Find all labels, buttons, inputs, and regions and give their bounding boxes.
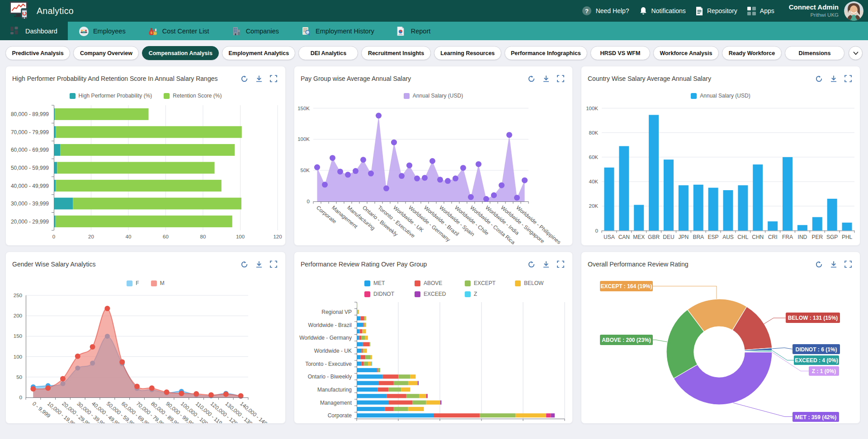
legend-item[interactable]: EXCEPT bbox=[465, 280, 503, 286]
legend-swatch bbox=[364, 291, 370, 297]
legend-item[interactable]: Retention Score (%) bbox=[164, 93, 222, 99]
refresh-icon[interactable] bbox=[241, 75, 248, 83]
filter-pill-recruitment-insights[interactable]: Recruitment Insights bbox=[361, 46, 430, 60]
legend-item[interactable]: M bbox=[151, 280, 165, 286]
svg-text:150K: 150K bbox=[297, 106, 310, 111]
nav-tab-dashboard[interactable]: Dashboard bbox=[0, 22, 68, 40]
topbar-item-notifications[interactable]: Notifications bbox=[639, 7, 686, 15]
legend-label: Retention Score (%) bbox=[173, 93, 222, 99]
refresh-icon[interactable] bbox=[815, 75, 823, 83]
topbar-item-need-help[interactable]: ?Need Help? bbox=[582, 6, 629, 16]
user-info[interactable]: Connect Admin Prithwi UKG bbox=[789, 3, 839, 18]
svg-text:SGP: SGP bbox=[826, 234, 838, 240]
svg-text:PER: PER bbox=[811, 234, 823, 240]
svg-text:JPN: JPN bbox=[679, 234, 689, 240]
chart-legend: METABOVEEXCEPTBELOWDIDNOTEXCEEDZ bbox=[364, 280, 553, 297]
topbar-item-label: Apps bbox=[760, 7, 774, 14]
fullscreen-icon[interactable] bbox=[844, 261, 852, 268]
svg-text:USA: USA bbox=[604, 234, 615, 240]
cost-center-icon: $ bbox=[148, 27, 157, 36]
user-org: Prithwi UKG bbox=[789, 12, 839, 18]
svg-text:DIDNOT : 6 (1%): DIDNOT : 6 (1%) bbox=[795, 346, 837, 353]
card-header: Gender Wise Salary Analytics bbox=[6, 252, 285, 272]
filter-pill-employment-analytics[interactable]: Employment Analytics bbox=[222, 46, 295, 60]
filter-pill-workforce-analysis[interactable]: Workforce Analysis bbox=[653, 46, 719, 60]
svg-text:60: 60 bbox=[163, 234, 169, 239]
nav-tab-employment-history[interactable]: Employment History bbox=[290, 22, 386, 40]
svg-text:DEU: DEU bbox=[663, 234, 674, 240]
filter-pill-compensation-analysis[interactable]: Compensation Analysis bbox=[142, 46, 219, 60]
nav-tab-employees[interactable]: Employees bbox=[68, 22, 137, 40]
refresh-icon[interactable] bbox=[528, 261, 535, 268]
svg-text:80,000 - 89,999: 80,000 - 89,999 bbox=[11, 111, 49, 117]
fullscreen-icon[interactable] bbox=[557, 75, 564, 83]
svg-text:Ontario - Biweekly: Ontario - Biweekly bbox=[308, 374, 352, 380]
legend-item[interactable]: MET bbox=[364, 280, 403, 286]
nav-tab-label: Cost Center List bbox=[162, 28, 209, 35]
filter-pill-ready-workforce[interactable]: Ready Workforce bbox=[722, 46, 782, 60]
nav-tab-report[interactable]: Report bbox=[386, 22, 442, 40]
user-name: Connect Admin bbox=[789, 3, 839, 12]
download-icon[interactable] bbox=[830, 261, 837, 268]
legend-label: High Performer Probability (%) bbox=[79, 93, 152, 99]
legend-item[interactable]: Annual Salary (USD) bbox=[691, 93, 750, 99]
download-icon[interactable] bbox=[542, 75, 550, 83]
card-actions bbox=[815, 70, 860, 83]
download-icon[interactable] bbox=[542, 261, 550, 268]
legend-label: Annual Salary (USD) bbox=[413, 93, 463, 99]
svg-text:FRA: FRA bbox=[782, 234, 793, 240]
legend-item[interactable]: Z bbox=[465, 291, 503, 297]
refresh-icon[interactable] bbox=[241, 261, 248, 268]
fullscreen-icon[interactable] bbox=[844, 75, 852, 83]
svg-text:CHN: CHN bbox=[752, 234, 764, 240]
chart-title: Overall Performance Review Rating bbox=[581, 256, 689, 268]
legend-item[interactable]: Annual Salary (USD) bbox=[404, 93, 463, 99]
chart-canvas-perf-paygroup: Regional VPWorldwide - BrazilWorldwide -… bbox=[294, 252, 573, 424]
svg-text:20K: 20K bbox=[589, 203, 599, 209]
svg-text:PHL: PHL bbox=[842, 234, 853, 240]
topbar-item-repository[interactable]: Repository bbox=[696, 7, 737, 15]
filter-more-button[interactable] bbox=[849, 46, 863, 60]
filter-pill-dimensions[interactable]: Dimensions bbox=[785, 46, 844, 60]
fullscreen-icon[interactable] bbox=[557, 261, 564, 268]
fullscreen-icon[interactable] bbox=[270, 75, 277, 83]
card-header: Performance Review Rating Over Pay Group bbox=[294, 252, 572, 272]
nav-tab-companies[interactable]: Companies bbox=[221, 22, 290, 40]
filter-pill-dei-analytics[interactable]: DEI Analytics bbox=[298, 46, 358, 60]
svg-text:60K: 60K bbox=[589, 154, 599, 160]
chart-legend: Annual Salary (USD) bbox=[581, 93, 860, 99]
refresh-icon[interactable] bbox=[815, 261, 823, 268]
filter-pill-company-overview[interactable]: Company Overview bbox=[73, 46, 139, 60]
legend-item[interactable]: ABOVE bbox=[415, 280, 453, 286]
topbar-item-apps[interactable]: Apps bbox=[747, 7, 774, 15]
legend-label: Z bbox=[474, 291, 477, 297]
filter-pill-learning-resources[interactable]: Learning Resources bbox=[434, 46, 501, 60]
refresh-icon[interactable] bbox=[528, 75, 535, 83]
fullscreen-icon[interactable] bbox=[270, 261, 277, 268]
chart-title: High Performer Probability And Retention… bbox=[6, 70, 217, 82]
legend-item[interactable]: F bbox=[127, 280, 139, 286]
filter-pill-hrsd-vs-wfm[interactable]: HRSD VS WFM bbox=[590, 46, 650, 60]
avatar[interactable] bbox=[844, 1, 863, 21]
legend-label: EXCEED bbox=[424, 291, 446, 297]
filter-pill-predictive-analysis[interactable]: Predictive Analysis bbox=[5, 46, 70, 60]
card-header: Pay Group wise Average Annual Salary bbox=[294, 66, 572, 86]
download-icon[interactable] bbox=[255, 75, 263, 83]
card-actions bbox=[528, 256, 572, 268]
download-icon[interactable] bbox=[830, 75, 837, 83]
svg-text:Worldwide - UK: Worldwide - UK bbox=[314, 348, 352, 354]
chevron-down-icon bbox=[853, 50, 859, 56]
filter-pill-performance-infographics[interactable]: Performance Infographics bbox=[505, 46, 587, 60]
legend-item[interactable]: High Performer Probability (%) bbox=[70, 93, 152, 99]
bell-icon bbox=[639, 7, 647, 15]
svg-text:40: 40 bbox=[126, 234, 132, 239]
legend-swatch bbox=[465, 291, 471, 297]
topbar-item-label: Notifications bbox=[651, 7, 686, 14]
svg-text:IND: IND bbox=[798, 234, 807, 240]
legend-label: M bbox=[160, 280, 165, 286]
legend-item[interactable]: DIDNOT bbox=[364, 291, 403, 297]
legend-item[interactable]: EXCEED bbox=[415, 291, 453, 297]
legend-item[interactable]: BELOW bbox=[515, 280, 553, 286]
nav-tab-cost-center-list[interactable]: $Cost Center List bbox=[137, 22, 221, 40]
download-icon[interactable] bbox=[255, 261, 263, 268]
